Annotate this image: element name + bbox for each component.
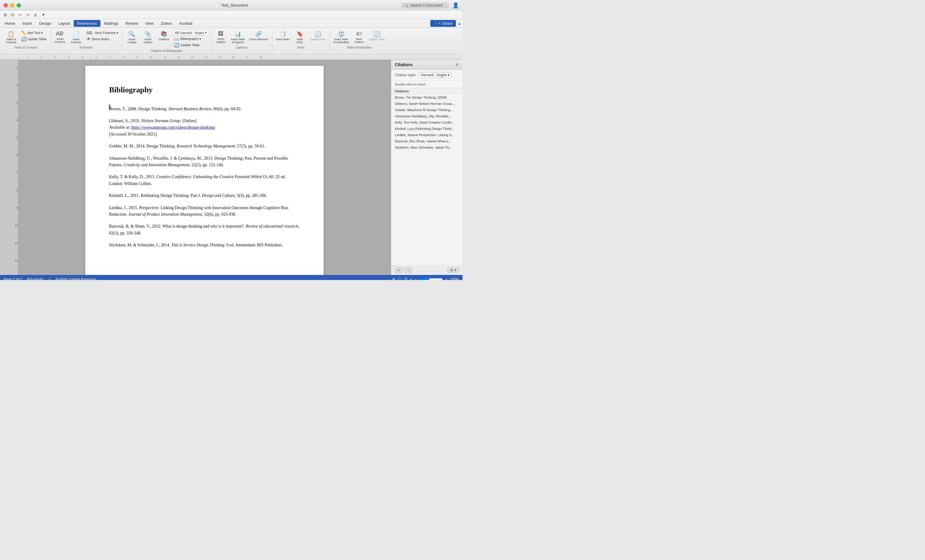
print-btn[interactable]: 🖨: [32, 12, 38, 17]
bib-entry-stickdorn: Stickdorn, M. & Schneider, J., 2014. Thi…: [109, 242, 300, 248]
citation-style-dropdown[interactable]: AB Harvard - Anglia ▾: [173, 30, 209, 35]
menu-layout[interactable]: Layout: [55, 20, 74, 27]
word-count-text: 459 words: [27, 277, 43, 280]
citations-footer: + − ⚙ ▾: [391, 265, 462, 275]
insert-caption-button[interactable]: 🖼 InsertCaption: [213, 30, 228, 44]
update-index-icon: 🔄: [315, 31, 321, 37]
main-area: 1 2 3 4 5 6 7 8 9 10 11 12 13 14 15 Bibl…: [0, 60, 462, 275]
fullscreen-btn[interactable]: ⊞: [2, 12, 8, 17]
citation-item-kelly[interactable]: Kelly, Tom Kelly, David Creative Confid.…: [391, 119, 462, 126]
sidebar-btn[interactable]: ⊟: [10, 12, 15, 17]
smart-lookup-icon: 🔍: [128, 31, 135, 37]
ribbon-group-toa: ⚖️ Insert Tableof Authorities 🏷 MarkCita…: [331, 29, 389, 50]
smart-lookup-button[interactable]: 🔍 SmartLookup: [124, 30, 139, 45]
titlebar: 📄 Test_Document 🔍 Search in Document 👤: [0, 0, 462, 11]
add-text-button[interactable]: ✏️ Add Text ▾: [20, 30, 48, 36]
show-notes-icon: 👁: [86, 37, 90, 41]
menu-insert[interactable]: Insert: [19, 20, 36, 27]
page-info: Page 2 of 2: [4, 277, 22, 280]
menu-review[interactable]: Review: [122, 20, 142, 27]
insert-table-figures-button[interactable]: 📊 Insert Tableof Figures: [229, 30, 246, 45]
gibbons-link[interactable]: https://www.nngroup.com/videos/design-th…: [131, 125, 215, 129]
search-bar[interactable]: 🔍 Search in Document: [401, 2, 449, 8]
bib-entry-gibbons: Gibbons, S., 2019. Nielsen Norman Group.…: [109, 117, 300, 138]
web-layout-icon[interactable]: 🌐: [398, 277, 402, 280]
index-icon: 📑: [279, 31, 286, 37]
citation-item-brown[interactable]: Brown, Tim Design Thinking, (2008): [391, 95, 462, 101]
zoom-out-icon[interactable]: −: [414, 277, 417, 280]
undo-btn[interactable]: ↩: [17, 12, 23, 17]
citation-item-gobble[interactable]: Gobble, MaryAnne M Design Thinking,...: [391, 107, 462, 113]
citations-close-button[interactable]: ✕: [455, 62, 459, 67]
insert-citation-button[interactable]: 📎 InsertCitation: [140, 30, 155, 45]
dropdown-chevron: ▾: [205, 31, 207, 35]
citations-settings-button[interactable]: ⚙ ▾: [447, 268, 459, 273]
citation-item-gibbons[interactable]: Gibbons, Sarah Nielsen Norman Group....: [391, 101, 462, 107]
cursor-line: |: [109, 103, 300, 106]
insert-citation-icon: 📎: [145, 31, 151, 37]
citations-panel-header: Citations ✕: [391, 60, 462, 70]
menu-home[interactable]: Home: [1, 20, 19, 27]
user-icon: 👤: [452, 2, 459, 9]
bib-entry-kelly: Kelly, T. & Kelly, D., 2015. Creative Co…: [109, 174, 300, 187]
insert-footnote-button[interactable]: AB1 InsertFootnote: [53, 30, 68, 44]
mark-citation-button[interactable]: 🏷 MarkCitation: [352, 30, 366, 44]
citation-item-liedtka[interactable]: Liedtka, Jeanne Perspective: Linking D..…: [391, 132, 462, 138]
remove-citation-button[interactable]: −: [404, 267, 412, 273]
update-bibliography-button[interactable]: 🔄 Update Table: [173, 42, 209, 48]
fullscreen-traffic-light[interactable]: [17, 3, 21, 8]
footnotes-buttons: AB1 InsertFootnote 📄 InsertEndnote AB↓ N…: [53, 30, 120, 45]
close-traffic-light[interactable]: [4, 3, 8, 8]
customize-btn[interactable]: ▼: [40, 12, 47, 17]
toa-icon: ⚖️: [338, 31, 345, 37]
table-of-contents-button[interactable]: 📋 Table ofContents: [4, 30, 18, 45]
style-dropdown-chevron: ▾: [447, 73, 449, 77]
minimize-traffic-light[interactable]: [10, 3, 14, 8]
footer-left: + −: [395, 267, 412, 273]
gear-icon: ⚙: [450, 268, 453, 272]
toa-group-label: Table of Authorities: [332, 46, 387, 49]
update-index-button[interactable]: 🔄 Update Index: [309, 30, 327, 42]
citations-panel: Citations ✕ Citation style: Harvard - An…: [391, 60, 462, 275]
document-page[interactable]: Bibliography | Brown, T., 2008. Design T…: [85, 66, 324, 275]
update-table-button[interactable]: 🔄 Update Table: [20, 36, 48, 42]
caption-icon: 🖼: [218, 31, 223, 37]
document-area[interactable]: Bibliography | Brown, T., 2008. Design T…: [18, 60, 391, 275]
citations-button[interactable]: 📚 Citations: [157, 30, 171, 42]
insert-index-button[interactable]: 📑 Insert Index: [274, 30, 291, 42]
show-notes-button[interactable]: 👁 Show Notes: [85, 36, 120, 42]
menu-design[interactable]: Design: [35, 20, 54, 27]
citation-item-johansson[interactable]: Johansson-Sköldberg, Ulla, Woodilla,...: [391, 113, 462, 119]
zoom-slider[interactable]: [419, 277, 443, 280]
bibliography-button[interactable]: 📖 Bibliography ▾: [173, 36, 209, 42]
mark-entry-button[interactable]: 🔖 MarkEntry: [292, 30, 307, 45]
add-citation-button[interactable]: +: [395, 267, 402, 273]
layout-icon[interactable]: ⊞: [392, 277, 395, 280]
footnote-icon: AB1: [56, 31, 64, 37]
menu-references[interactable]: References: [74, 20, 101, 27]
insert-endnote-button[interactable]: 📄 InsertEndnote: [69, 30, 84, 45]
insert-toa-button[interactable]: ⚖️ Insert Tableof Authorities: [332, 30, 351, 45]
menu-zotero[interactable]: Zotero: [157, 20, 176, 27]
citation-item-stickdorn[interactable]: Stickdorn, Marc Schneider, Jakob Thi...: [391, 145, 462, 151]
next-footnote-button[interactable]: AB↓ Next Footnote ▾: [85, 30, 120, 36]
cross-reference-button[interactable]: 🔗 Cross-reference: [247, 30, 270, 42]
menu-acrobat[interactable]: Acrobat: [176, 20, 196, 27]
redo-btn[interactable]: ↪: [25, 12, 30, 17]
window-controls-row: ⊞ ⊟ ↩ ↪ 🖨 ▼: [0, 11, 462, 19]
update-toa-button[interactable]: 🔄 Update Table: [368, 30, 387, 42]
align-icon[interactable]: ≡: [410, 277, 412, 280]
citation-item-razzouk[interactable]: Razzouk, Rim Shute, Valerie What is...: [391, 138, 462, 145]
menu-mailings[interactable]: Mailings: [101, 20, 122, 27]
ribbon-group-captions: 🖼 InsertCaption 📊 Insert Tableof Figures…: [212, 29, 273, 50]
citation-item-kimbell[interactable]: Kimbell, Lucy Rethinking Design Thinki..…: [391, 126, 462, 132]
menu-view[interactable]: View: [142, 20, 157, 27]
ribbon-group-citations: 🔍 SmartLookup 📎 InsertCitation 📚 Citatio…: [123, 29, 212, 53]
zoom-in-icon[interactable]: +: [445, 277, 447, 280]
page-num-12: 12: [15, 259, 18, 262]
share-button[interactable]: 👤+ Share: [430, 20, 456, 27]
outline-icon[interactable]: ☰: [404, 277, 408, 280]
citations-style-select[interactable]: Harvard - Anglia ▾: [419, 72, 452, 78]
collapse-ribbon-btn[interactable]: ▲: [458, 21, 461, 26]
share-icon: 👤+: [434, 21, 441, 26]
